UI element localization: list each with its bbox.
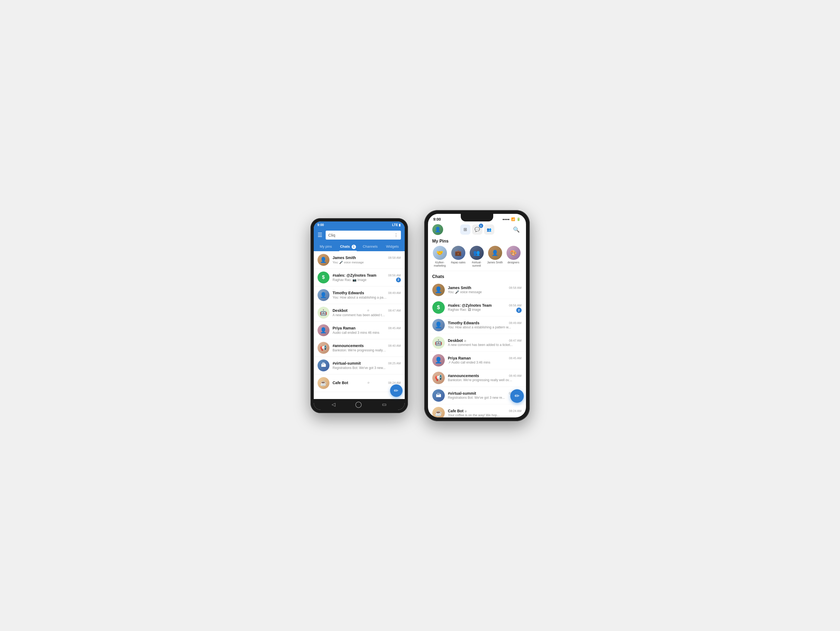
chat-time: 08:45 AM bbox=[509, 357, 521, 360]
iphone-chat-cafe[interactable]: ☕ Cafe Bot ⊘ 08:24 AM Your coffee is on … bbox=[428, 404, 526, 417]
iphone-header: 👤 ⊞ 💬 1 👥 🔍 bbox=[428, 222, 526, 237]
chat-time: 08:24 AM bbox=[509, 409, 521, 413]
avatar-timothy: 👤 bbox=[317, 289, 330, 301]
pin-label: James Smith bbox=[487, 261, 503, 264]
chat-item-deskbot[interactable]: 🤖 Deskbot ⊘ 08:47 AM A new comment has b… bbox=[314, 304, 405, 322]
user-avatar[interactable]: 👤 bbox=[432, 224, 443, 235]
iphone-content: My Pins 🤝 #zylker-marketing 💼 #apac-sale… bbox=[428, 237, 526, 417]
grid-view-btn[interactable]: ⊞ bbox=[460, 224, 471, 235]
iphone-chat-announcements[interactable]: 📢 #announcements 08:40 AM Bankston: We'r… bbox=[428, 369, 526, 387]
android-search-bar[interactable]: Cliq ⋮ bbox=[326, 230, 401, 240]
pin-label: #virtual-summit bbox=[468, 261, 485, 267]
android-nav-bar: ◁ ◯ ▭ bbox=[314, 399, 405, 410]
avatar-announcements: 📢 bbox=[317, 342, 330, 354]
pin-designers[interactable]: 🎨 designers bbox=[505, 246, 522, 267]
android-phone: 9:00 LTE ▮ ☰ Cliq ⋮ My pins Chats 1 Chan… bbox=[311, 218, 408, 413]
iphone-chat-sales[interactable]: $ #sales: @Zylnotes Team 08:56 AM Raghav… bbox=[428, 299, 526, 316]
chat-info: Cafe Bot ⊘ 08:24 AM Your coffee is on th… bbox=[448, 409, 522, 417]
unread-badge-sales: 2 bbox=[396, 278, 401, 282]
iphone-notch bbox=[461, 214, 493, 221]
chat-name: James Smith bbox=[333, 256, 356, 260]
avatar-priya: 👤 bbox=[317, 324, 330, 336]
pin-label: designers bbox=[508, 261, 519, 264]
hamburger-icon[interactable]: ☰ bbox=[317, 232, 322, 238]
tab-channels[interactable]: Channels bbox=[359, 242, 381, 251]
pin-label: #zylker-marketing bbox=[431, 261, 448, 267]
tab-widgets[interactable]: Widgets bbox=[381, 242, 404, 251]
chat-preview: Registrations Bot: We've got 3 new... bbox=[333, 366, 387, 370]
chat-info-cafe: Cafe Bot ⊘ 08:24 AM bbox=[333, 380, 401, 385]
app-name-label: Cliq bbox=[328, 233, 335, 237]
add-person-icon: 👥 bbox=[487, 227, 491, 232]
wifi-icon: 📶 bbox=[511, 218, 515, 221]
pin-virtual-summit[interactable]: 👥 #virtual-summit bbox=[468, 246, 485, 267]
android-status-bar: 9:00 LTE ▮ bbox=[314, 221, 405, 229]
chat-preview: Bankston: We're progressing really well.… bbox=[333, 349, 387, 352]
chat-info: Deskbot ⊘ 08:47 AM A new comment has bee… bbox=[448, 338, 522, 347]
chat-item-virtual-summit[interactable]: 🏔 #virtual-summit 08:25 AM Registrations… bbox=[314, 357, 405, 374]
chat-preview: You: How about a establishing a pattern … bbox=[448, 325, 513, 329]
chat-preview: Registrations Bot: We've got 3 new re... bbox=[448, 396, 513, 399]
avatar-cafe: ☕ bbox=[317, 377, 330, 389]
iphone-status-icons: ●●●● 📶 🔋 bbox=[502, 218, 521, 221]
chat-item-timothy[interactable]: 👤 Timothy Edwards 08:49 AM You: How abou… bbox=[314, 286, 405, 304]
add-contact-btn[interactable]: 👥 bbox=[484, 224, 494, 235]
search-btn[interactable]: 🔍 bbox=[512, 224, 522, 235]
back-icon[interactable]: ◁ bbox=[332, 401, 335, 407]
chat-info-priya: Priya Raman 08:45 AM Audio call ended 3 … bbox=[333, 326, 401, 334]
unread-badge: 2 bbox=[516, 308, 522, 313]
chat-name: #sales: @Zylnotes Team bbox=[333, 273, 377, 278]
chat-notif-btn[interactable]: 💬 1 bbox=[472, 224, 482, 235]
chat-time: 08:40 AM bbox=[509, 374, 521, 377]
android-network-icons: LTE ▮ bbox=[392, 223, 401, 227]
compose-fab[interactable]: ✏ bbox=[390, 384, 403, 397]
chats-tab-badge: 1 bbox=[352, 245, 356, 249]
pin-avatar: 👥 bbox=[470, 246, 484, 260]
recent-apps-icon[interactable]: ▭ bbox=[382, 401, 387, 407]
iphone-screen: 9:00 ●●●● 📶 🔋 👤 ⊞ 💬 1 👥 bbox=[428, 214, 526, 417]
header-icons: ⊞ 💬 1 👥 bbox=[447, 224, 508, 235]
chat-time: 08:47 AM bbox=[509, 339, 521, 342]
chat-info: Priya Raman 08:45 AM ↗ Audio call ended … bbox=[448, 356, 522, 364]
chat-name: James Smith bbox=[448, 286, 471, 290]
home-icon[interactable]: ◯ bbox=[355, 401, 362, 408]
chat-info-james-smith: James Smith 08:58 AM You: 🎤 voice messag… bbox=[333, 256, 401, 264]
iphone: 9:00 ●●●● 📶 🔋 👤 ⊞ 💬 1 👥 bbox=[424, 210, 530, 421]
chat-item-sales[interactable]: $ #sales: @Zylnotes Team 08:56 AM Raghav… bbox=[314, 269, 405, 286]
avatar-virtual: 🏔 bbox=[432, 389, 445, 402]
chat-info-announcements: #announcements 08:40 AM Bankston: We're … bbox=[333, 344, 401, 352]
pin-james-smith[interactable]: 👤 James Smith bbox=[486, 246, 504, 267]
chat-name: #announcements bbox=[333, 344, 364, 348]
chat-preview: Audio call ended 3 mins 46 mins bbox=[333, 331, 387, 334]
chat-item-priya[interactable]: 👤 Priya Raman 08:45 AM Audio call ended … bbox=[314, 322, 405, 339]
tab-chats[interactable]: Chats 1 bbox=[337, 242, 359, 251]
chat-name: Timothy Edwards bbox=[333, 291, 364, 295]
avatar-sales: $ bbox=[432, 301, 445, 314]
signal-icon: ●●●● bbox=[502, 218, 510, 221]
chat-info: Timothy Edwards 08:49 AM You: How about … bbox=[448, 321, 522, 329]
iphone-chat-james[interactable]: 👤 James Smith 08:58 AM You: 🎤 voice mess… bbox=[428, 281, 526, 299]
chat-name: Priya Raman bbox=[448, 356, 471, 360]
iphone-chat-priya[interactable]: 👤 Priya Raman 08:45 AM ↗ Audio call ende… bbox=[428, 352, 526, 369]
chat-time: 08:49 AM bbox=[509, 321, 521, 325]
chat-preview: Bankston: We're progressing really well … bbox=[448, 378, 513, 382]
iphone-chat-timothy[interactable]: 👤 Timothy Edwards 08:49 AM You: How abou… bbox=[428, 316, 526, 334]
chat-item-announcements[interactable]: 📢 #announcements 08:40 AM Bankston: We'r… bbox=[314, 339, 405, 357]
pin-zylker-marketing[interactable]: 🤝 #zylker-marketing bbox=[431, 246, 448, 267]
avatar-deskbot: 🤖 bbox=[317, 307, 330, 319]
more-options-icon[interactable]: ⋮ bbox=[394, 232, 398, 238]
chat-preview: A new comment has been added to a ticket… bbox=[448, 343, 513, 347]
chat-info-deskbot: Deskbot ⊘ 08:47 AM A new comment has bee… bbox=[333, 308, 401, 317]
avatar-james: 👤 bbox=[432, 284, 445, 296]
avatar-sales: $ bbox=[317, 271, 330, 284]
tab-my-pins[interactable]: My pins bbox=[315, 242, 337, 251]
iphone-compose-fab[interactable]: ✏ bbox=[510, 389, 524, 403]
chat-item-james-smith[interactable]: 👤 James Smith 08:58 AM You: 🎤 voice mess… bbox=[314, 251, 405, 269]
chat-info: #sales: @Zylnotes Team 08:56 AM Raghav R… bbox=[448, 303, 522, 312]
iphone-status-bar: 9:00 ●●●● 📶 🔋 bbox=[428, 214, 526, 222]
chat-preview: Raghav Rao: 🖼 image bbox=[448, 308, 513, 312]
chat-info: #announcements 08:40 AM Bankston: We're … bbox=[448, 374, 522, 382]
pin-apac-sales[interactable]: 💼 #apac-sales bbox=[450, 246, 467, 267]
iphone-chat-deskbot[interactable]: 🤖 Deskbot ⊘ 08:47 AM A new comment has b… bbox=[428, 334, 526, 352]
chat-notification-badge: 1 bbox=[479, 224, 483, 228]
